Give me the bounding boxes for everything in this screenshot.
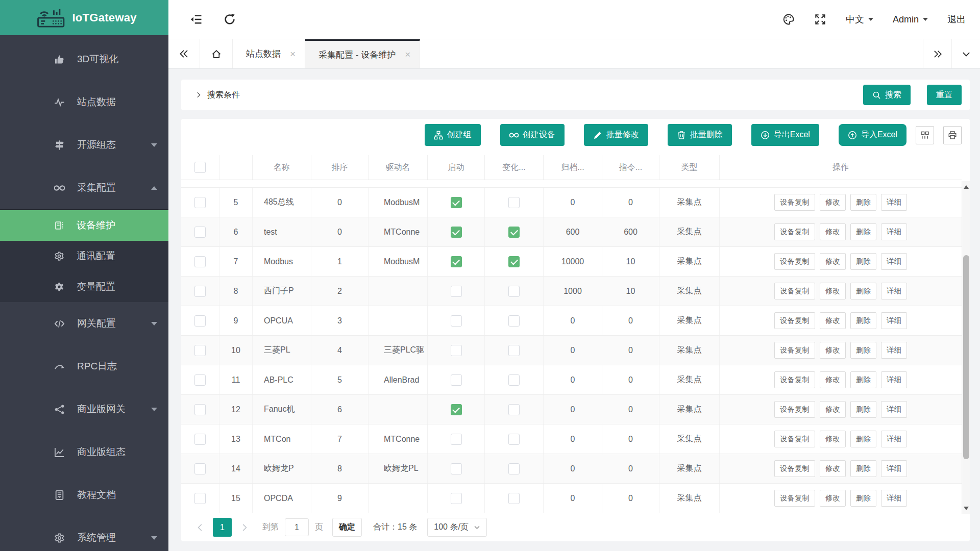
sidebar-item[interactable]: 开源组态 [0,123,168,166]
scrollbar-thumb[interactable] [963,255,969,459]
row-select-checkbox[interactable] [194,197,206,208]
sidebar-item[interactable]: 采集配置 [0,166,168,209]
delete-button[interactable]: 删除 [850,194,876,211]
row-select-checkbox[interactable] [194,256,206,267]
sidebar-item[interactable]: 3D可视化 [0,38,168,81]
delete-button[interactable]: 删除 [850,283,876,299]
detail-button[interactable]: 详细 [881,223,907,240]
start-checkbox[interactable] [451,434,462,445]
copy-device-button[interactable]: 设备复制 [774,312,815,329]
column-settings-button[interactable] [916,126,934,144]
modify-button[interactable]: 修改 [820,283,846,299]
row-select-checkbox[interactable] [194,227,206,238]
detail-button[interactable]: 详细 [881,431,907,447]
modify-button[interactable]: 修改 [820,460,846,477]
row-select-checkbox[interactable] [194,315,206,327]
tabs-menu-button[interactable] [951,39,980,68]
toolbar-button[interactable]: 创建组 [425,124,481,146]
detail-button[interactable]: 详细 [881,460,907,477]
search-button[interactable]: 搜索 [863,85,911,105]
tab-site-data[interactable]: 站点数据 × [233,39,305,68]
detail-button[interactable]: 详细 [881,490,907,507]
sidebar-item[interactable]: 站点数据 [0,81,168,123]
collapse-icon[interactable] [190,13,202,26]
row-select-checkbox[interactable] [194,493,206,504]
sidebar-item[interactable]: RPC日志 [0,345,168,388]
change-upload-checkbox[interactable] [508,227,520,238]
row-select-checkbox[interactable] [194,404,206,415]
sidebar-subitem[interactable]: 设备维护 [0,210,168,241]
tabs-scroll-right-button[interactable] [923,39,951,68]
user-dropdown[interactable]: Admin [893,14,928,25]
toolbar-button[interactable]: 创建设备 [500,124,565,146]
row-select-checkbox[interactable] [194,374,206,386]
toolbar-button[interactable]: 批量修改 [584,124,648,146]
change-upload-checkbox[interactable] [508,345,520,356]
toolbar-button[interactable]: 导入Excel [839,124,906,146]
current-page-button[interactable]: 1 [213,518,232,537]
modify-button[interactable]: 修改 [820,194,846,211]
delete-button[interactable]: 删除 [850,312,876,329]
row-select-checkbox[interactable] [194,434,206,445]
change-upload-checkbox[interactable] [508,493,520,504]
refresh-icon[interactable] [224,13,236,26]
copy-device-button[interactable]: 设备复制 [774,490,815,507]
sidebar-subitem[interactable]: 变量配置 [0,271,168,302]
vertical-scrollbar[interactable] [962,181,970,514]
change-upload-checkbox[interactable] [508,404,520,415]
modify-button[interactable]: 修改 [820,371,846,388]
prev-page-button[interactable] [195,523,205,532]
start-checkbox[interactable] [451,374,462,386]
change-upload-checkbox[interactable] [508,374,520,386]
home-tab-button[interactable] [200,39,233,68]
print-button[interactable] [943,126,962,144]
detail-button[interactable]: 详细 [881,283,907,299]
change-upload-checkbox[interactable] [508,197,520,208]
copy-device-button[interactable]: 设备复制 [774,223,815,240]
toolbar-button[interactable]: 导出Excel [751,124,819,146]
sidebar-subitem[interactable]: 通讯配置 [0,241,168,271]
delete-button[interactable]: 删除 [850,460,876,477]
modify-button[interactable]: 修改 [820,490,846,507]
start-checkbox[interactable] [451,404,462,415]
start-checkbox[interactable] [451,315,462,327]
copy-device-button[interactable]: 设备复制 [774,431,815,447]
tabs-scroll-left-button[interactable] [168,39,200,68]
reset-button[interactable]: 重置 [927,85,962,105]
sidebar-item[interactable]: 网关配置 [0,302,168,345]
logout-button[interactable]: 退出 [947,13,966,26]
toolbar-button[interactable]: 批量删除 [668,124,732,146]
change-upload-checkbox[interactable] [508,256,520,267]
copy-device-button[interactable]: 设备复制 [774,253,815,270]
detail-button[interactable]: 详细 [881,371,907,388]
start-checkbox[interactable] [451,493,462,504]
modify-button[interactable]: 修改 [820,253,846,270]
delete-button[interactable]: 删除 [850,431,876,447]
start-checkbox[interactable] [451,463,462,474]
copy-device-button[interactable]: 设备复制 [774,283,815,299]
copy-device-button[interactable]: 设备复制 [774,342,815,359]
search-condition-toggle[interactable]: 搜索条件 [195,90,240,101]
delete-button[interactable]: 删除 [850,342,876,359]
row-select-checkbox[interactable] [194,345,206,356]
delete-button[interactable]: 删除 [850,371,876,388]
copy-device-button[interactable]: 设备复制 [774,460,815,477]
modify-button[interactable]: 修改 [820,312,846,329]
sidebar-item[interactable]: 教程文档 [0,473,168,516]
select-all-checkbox[interactable] [194,162,206,173]
start-checkbox[interactable] [451,197,462,208]
modify-button[interactable]: 修改 [820,342,846,359]
sidebar-item[interactable]: 商业版组态 [0,431,168,473]
language-dropdown[interactable]: 中文 [846,13,873,26]
scroll-down-arrow-icon[interactable] [964,507,969,510]
page-size-select[interactable]: 100 条/页 [427,518,487,537]
close-icon[interactable]: × [405,49,410,60]
detail-button[interactable]: 详细 [881,342,907,359]
copy-device-button[interactable]: 设备复制 [774,194,815,211]
modify-button[interactable]: 修改 [820,431,846,447]
detail-button[interactable]: 详细 [881,401,907,418]
copy-device-button[interactable]: 设备复制 [774,401,815,418]
delete-button[interactable]: 删除 [850,223,876,240]
next-page-button[interactable] [240,523,249,532]
close-icon[interactable]: × [290,48,296,60]
